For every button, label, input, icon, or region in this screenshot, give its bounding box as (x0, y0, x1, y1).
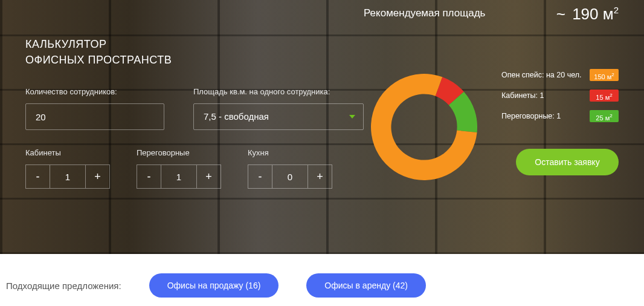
calculator-title: КАЛЬКУЛЯТОР ОФИСНЫХ ПРОСТРАНСТВ (25, 36, 364, 68)
legend-row: Опен спейс: на 20 чел.150 м2 (501, 69, 619, 81)
area-donut-chart (364, 67, 485, 187)
chevron-down-icon (349, 115, 355, 119)
meeting-stepper: - + (137, 164, 221, 189)
legend-row: Переговорные: 125 м2 (501, 110, 619, 122)
legend-badge: 15 м2 (590, 90, 619, 102)
kitchen-stepper: - + (248, 164, 332, 189)
recommended-area-title: Рекомендуемая площадь (364, 7, 485, 19)
offers-sale-button[interactable]: Офисы на продажу (16) (149, 273, 279, 298)
legend-row: Кабинеты: 115 м2 (501, 90, 619, 102)
offers-label: Подходящие предложения: (6, 281, 121, 291)
cabinets-value-input[interactable] (50, 164, 86, 189)
area-per-employee-select[interactable]: 7,5 - свободная (193, 103, 364, 130)
cabinets-label: Кабинеты (25, 148, 110, 157)
legend-label: Кабинеты: 1 (501, 91, 544, 100)
legend-label: Переговорные: 1 (501, 112, 561, 120)
meeting-minus-button[interactable]: - (137, 164, 161, 189)
kitchen-plus-button[interactable]: + (308, 164, 332, 189)
total-area-value: ~ 190 м2 (556, 5, 619, 24)
cabinets-stepper: - + (25, 164, 110, 189)
meeting-value-input[interactable] (161, 164, 197, 189)
meeting-plus-button[interactable]: + (197, 164, 221, 189)
area-per-employee-label: Площадь кв.м. на одного сотрудника: (193, 87, 364, 96)
legend-badge: 25 м2 (590, 110, 619, 122)
employees-input[interactable] (25, 103, 164, 130)
legend-badge: 150 м2 (590, 69, 619, 81)
kitchen-label: Кухня (248, 148, 332, 157)
title-line-2: ОФИСНЫХ ПРОСТРАНСТВ (25, 52, 364, 68)
kitchen-value-input[interactable] (272, 164, 308, 189)
meeting-label: Переговорные (137, 148, 221, 157)
kitchen-minus-button[interactable]: - (248, 164, 272, 189)
cabinets-plus-button[interactable]: + (86, 164, 110, 189)
title-line-1: КАЛЬКУЛЯТОР (25, 38, 107, 50)
legend-label: Опен спейс: на 20 чел. (501, 71, 582, 79)
offers-rent-button[interactable]: Офисы в аренду (42) (306, 273, 426, 298)
cabinets-minus-button[interactable]: - (25, 164, 50, 189)
legend: Опен спейс: на 20 чел.150 м2Кабинеты: 11… (501, 69, 619, 122)
submit-request-button[interactable]: Оставить заявку (516, 149, 619, 175)
employees-label: Количество сотрудников: (25, 87, 164, 96)
